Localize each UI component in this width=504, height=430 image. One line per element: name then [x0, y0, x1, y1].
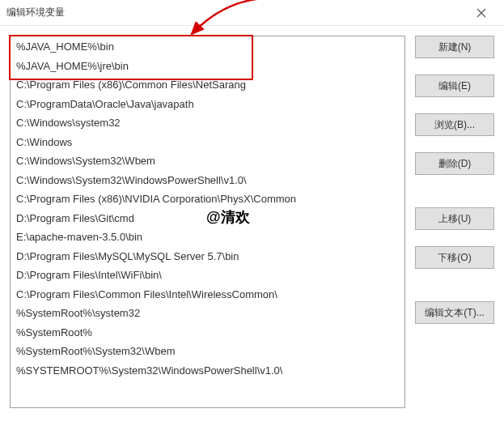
list-item[interactable]: C:\Windows\System32\WindowsPowerShell\v1…	[11, 171, 404, 190]
window-title: 编辑环境变量	[6, 6, 465, 19]
new-button[interactable]: 新建(N)	[415, 36, 494, 58]
list-item[interactable]: D:\Program Files\Git\cmd	[11, 209, 404, 228]
edit-button[interactable]: 编辑(E)	[415, 75, 494, 97]
list-item[interactable]: %JAVA_HOME%\bin	[11, 37, 404, 57]
titlebar: 编辑环境变量	[0, 0, 504, 26]
list-item[interactable]: E:\apache-maven-3.5.0\bin	[11, 228, 404, 247]
list-item[interactable]: %SystemRoot%\System32\Wbem	[11, 342, 404, 361]
list-item[interactable]: C:\Windows\System32\Wbem	[11, 151, 404, 171]
list-item[interactable]: C:\ProgramData\Oracle\Java\javapath	[11, 95, 404, 114]
browse-button[interactable]: 浏览(B)...	[415, 113, 494, 136]
close-icon[interactable]	[465, 0, 498, 26]
list-item[interactable]: C:\Program Files\Common Files\Intel\Wire…	[11, 285, 404, 304]
button-column: 新建(N) 编辑(E) 浏览(B)... 删除(D) 上移(U) 下移(O) 编…	[415, 36, 494, 408]
delete-button[interactable]: 删除(D)	[415, 152, 494, 175]
list-item[interactable]: %SystemRoot%\system32	[11, 304, 404, 323]
list-item[interactable]: %SystemRoot%	[11, 323, 404, 343]
list-item[interactable]: %JAVA_HOME%\jre\bin	[11, 57, 404, 76]
list-item[interactable]: %SYSTEMROOT%\System32\WindowsPowerShell\…	[11, 361, 404, 381]
list-item[interactable]: C:\Program Files (x86)\Common Files\NetS…	[11, 75, 404, 95]
list-item[interactable]: C:\Windows	[11, 133, 404, 152]
env-var-listbox[interactable]: %JAVA_HOME%\bin %JAVA_HOME%\jre\bin C:\P…	[10, 36, 405, 408]
list-item[interactable]: C:\Program Files (x86)\NVIDIA Corporatio…	[11, 189, 404, 209]
dialog-content: %JAVA_HOME%\bin %JAVA_HOME%\jre\bin C:\P…	[0, 26, 504, 408]
movedown-button[interactable]: 下移(O)	[415, 246, 494, 269]
list-item[interactable]: C:\Windows\system32	[11, 113, 404, 133]
edittext-button[interactable]: 编辑文本(T)...	[415, 301, 494, 324]
list-item[interactable]: D:\Program Files\Intel\WiFi\bin\	[11, 266, 404, 285]
moveup-button[interactable]: 上移(U)	[415, 207, 494, 230]
list-item[interactable]: D:\Program Files\MySQL\MySQL Server 5.7\…	[11, 247, 404, 266]
